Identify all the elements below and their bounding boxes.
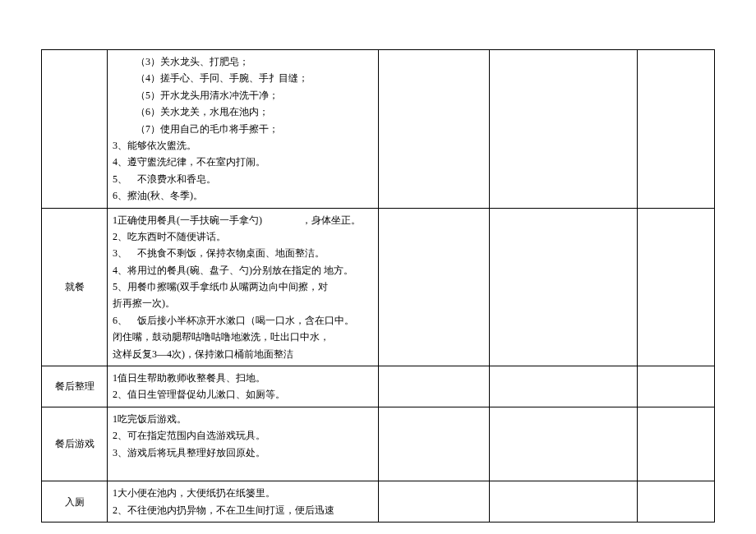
empty-cell [638,208,715,366]
content-line: 这样反复3—4次)，保持漱口桶前地面整洁 [113,346,373,362]
content-line: 1正确使用餐具(一手扶碗一手拿勺) ，身体坐正。 [113,212,373,228]
content-line: 2、可在指定范围内自选游戏玩具。 [113,427,373,444]
row-content: 1正确使用餐具(一手扶碗一手拿勺) ，身体坐正。2、吃东西时不随便讲话。3、 不… [108,208,379,366]
row-content: （3）关水龙头、打肥皂；（4）搓手心、手冋、手腕、手扌目缝；（5）开水龙头用清水… [108,50,379,209]
table-row: 就餐1正确使用餐具(一手扶碗一手拿勺) ，身体坐正。2、吃东西时不随便讲话。3、… [42,208,715,366]
table-row: （3）关水龙头、打肥皂；（4）搓手心、手冋、手腕、手扌目缝；（5）开水龙头用清水… [42,50,715,209]
content-line: 4、遵守盥洗纪律，不在室内打闹。 [113,154,373,170]
row-content: 1大小便在池内，大便纸扔在纸篓里。2、不往便池内扔异物，不在卫生间打逗，便后迅速 [108,481,379,522]
table-row: 餐后游戏1吃完饭后游戏。2、可在指定范围内自选游戏玩具。3、游戏后将玩具整理好放… [42,407,715,481]
content-line: （7）使用自己的毛巾将手擦干； [113,121,373,137]
empty-cell [379,50,490,209]
empty-cell [638,366,715,407]
row-label: 就餐 [42,208,108,366]
content-line: 3、能够依次盥洗。 [113,137,373,154]
content-line: （4）搓手心、手冋、手腕、手扌目缝； [113,70,373,86]
content-line: （6）关水龙关，水甩在池内； [113,104,373,120]
content-line: 3、 不挑食不剩饭，保持衣物桌面、地面整洁。 [113,245,373,261]
content-line: 5、用餐巾擦嘴(双手拿纸巾从嘴两边向中间擦，对 [113,279,373,295]
empty-cell [379,407,490,481]
routine-table: （3）关水龙头、打肥皂；（4）搓手心、手冋、手腕、手扌目缝；（5）开水龙头用清水… [41,49,715,522]
empty-cell [379,366,490,407]
content-line: 1大小便在池内，大便纸扔在纸篓里。 [113,485,373,501]
row-label: 餐后整理 [42,366,108,407]
row-label: 入厕 [42,481,108,522]
content-line: 2、不往便池内扔异物，不在卫生间打逗，便后迅速 [113,502,373,518]
empty-cell [638,407,715,481]
row-content: 1值日生帮助教师收整餐具、扫地。2、值日生管理督促幼儿漱口、如厕等。 [108,366,379,407]
row-content: 1吃完饭后游戏。2、可在指定范围内自选游戏玩具。3、游戏后将玩具整理好放回原处。 [108,407,379,481]
empty-cell [379,481,490,522]
table-row: 餐后整理1值日生帮助教师收整餐具、扫地。2、值日生管理督促幼儿漱口、如厕等。 [42,366,715,407]
table-row: 入厕1大小便在池内，大便纸扔在纸篓里。2、不往便池内扔异物，不在卫生间打逗，便后… [42,481,715,522]
empty-cell [379,208,490,366]
content-line: 闭住嘴，鼓动腮帮咕噜咕噜地漱洗，吐出口中水， [113,329,373,345]
content-line: 2、吃东西时不随便讲话。 [113,228,373,245]
content-line: 5、 不浪费水和香皂。 [113,171,373,187]
empty-cell [490,407,638,481]
content-line: 4、将用过的餐具(碗、盘子、勺)分别放在指定的 地方。 [113,262,373,279]
empty-cell [490,366,638,407]
row-label: 餐后游戏 [42,407,108,481]
content-line: 折再擦一次)。 [113,295,373,311]
empty-cell [490,481,638,522]
empty-cell [490,208,638,366]
content-line: 2、值日生管理督促幼儿漱口、如厕等。 [113,386,373,403]
empty-cell [638,481,715,522]
content-line: （3）关水龙头、打肥皂； [113,53,373,70]
content-line: （5）开水龙头用清水冲洗干净； [113,87,373,104]
empty-cell [490,50,638,209]
content-line: 1吃完饭后游戏。 [113,411,373,427]
row-label [42,50,108,209]
content-line: 3、游戏后将玩具整理好放回原处。 [113,444,373,461]
content-line [113,461,373,477]
empty-cell [638,50,715,209]
content-line: 1值日生帮助教师收整餐具、扫地。 [113,370,373,386]
content-line: 6、擦油(秋、冬季)。 [113,187,373,204]
content-line: 6、 饭后接小半杯凉开水漱口（喝一口水，含在口中。 [113,312,373,329]
